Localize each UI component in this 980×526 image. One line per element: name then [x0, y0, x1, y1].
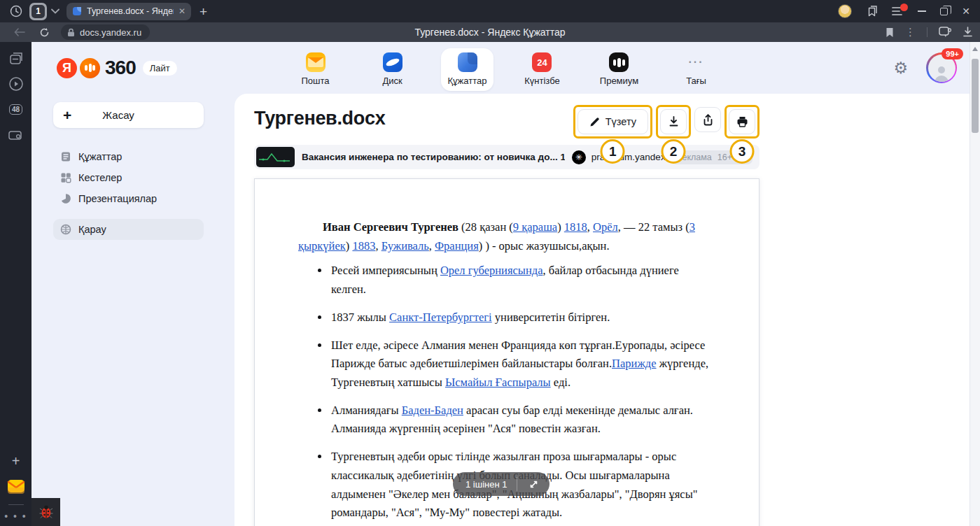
address-bar: docs.yandex.ru Тургенев.docx - Яндекс Құ… [0, 22, 980, 42]
downloads-icon[interactable] [962, 27, 973, 38]
settings-gear-icon[interactable]: ⚙ [893, 59, 908, 78]
nav-mail[interactable]: Пошта [294, 52, 337, 86]
page-indicator-text: 1 ішінен 1 [465, 479, 507, 490]
timer-48-badge[interactable]: 48 [9, 104, 22, 115]
sidebar-item-documents[interactable]: Құжаттар [53, 146, 204, 167]
document-link[interactable]: 1883 [352, 239, 375, 253]
nav-calendar[interactable]: 24 Күнтізбе [520, 52, 564, 86]
url-text: docs.yandex.ru [80, 27, 141, 38]
document-title: Тургенев.docx [254, 105, 385, 129]
document-link[interactable]: 9 қараша [513, 220, 557, 234]
sidebar-panel-icon[interactable] [939, 27, 951, 38]
bullet-item: Шет елде, әсіресе Алмания менен Францияд… [330, 336, 710, 392]
sidebar-item-view[interactable]: Қарау [53, 219, 204, 240]
document-link[interactable]: Ысмайыл Ғаспыралы [445, 376, 551, 389]
browser-profile-avatar[interactable] [838, 4, 852, 18]
divider [8, 504, 24, 505]
reload-icon[interactable] [39, 27, 50, 38]
document-link[interactable]: Орел губерниясында [440, 264, 543, 277]
annotation-box-2: 2 [656, 105, 691, 138]
screencast-icon[interactable] [0, 122, 31, 147]
scroll-up-arrow[interactable] [972, 47, 978, 51]
create-button[interactable]: + Жасау [53, 102, 204, 128]
document-link[interactable]: Буживаль [382, 239, 429, 253]
plus-icon: + [63, 107, 71, 124]
site-header: Я 360 Лайт Пошта Диск Құжаттар 24 [31, 42, 980, 94]
mail-icon [306, 52, 326, 72]
download-button[interactable] [660, 109, 687, 134]
share-button[interactable] [694, 107, 721, 132]
download-icon [668, 116, 679, 127]
fullscreen-icon[interactable] [522, 474, 545, 494]
divider [927, 27, 927, 37]
url-field[interactable]: docs.yandex.ru [61, 24, 150, 40]
tab-group-count: 1 [31, 5, 45, 18]
lock-icon [67, 28, 75, 37]
lite-badge: Лайт [143, 61, 177, 76]
document-link[interactable]: Баден-Баден [402, 404, 463, 417]
document-link[interactable]: Санкт-Петербургтегі [389, 311, 492, 324]
close-window-button[interactable]: ✕ [962, 6, 970, 17]
app-nav: Пошта Диск Құжаттар 24 Күнтізбе Премиум [294, 50, 718, 86]
bookmarks-icon[interactable] [866, 6, 878, 17]
calendar-icon: 24 [532, 52, 552, 72]
ladybug-icon [38, 504, 54, 520]
more-actions-icon[interactable]: ⋮ [905, 26, 916, 38]
scrollbar-thumb[interactable] [972, 59, 979, 133]
annotation-number-3: 3 [730, 139, 755, 164]
app-sidebar: + Жасау Құжаттар Кестелер Презентациялар [31, 94, 234, 526]
document-link[interactable]: Орёл [593, 220, 618, 234]
disk-icon [383, 52, 402, 72]
chevron-down-icon[interactable] [51, 8, 59, 14]
annotation-box-1: Түзету 1 [573, 105, 652, 138]
page-scrollbar[interactable] [969, 42, 980, 526]
browser-tab[interactable]: Тургенев.docx - Яндекс ✕ [66, 3, 191, 20]
document-link[interactable]: Парижде [612, 357, 656, 370]
nav-disk[interactable]: Диск [371, 52, 414, 86]
brand-360-text: 360 [105, 57, 136, 79]
tab-title: Тургенев.docx - Яндекс [87, 6, 174, 16]
feed-icon[interactable] [0, 46, 31, 71]
page-indicator-pill: 1 ішінен 1 [453, 472, 550, 496]
new-tab-button[interactable]: + [200, 5, 207, 18]
edit-button[interactable]: Түзету [578, 109, 648, 134]
nav-documents-active[interactable]: Құжаттар [448, 52, 487, 86]
print-button[interactable] [729, 109, 755, 134]
avatar-silhouette [934, 66, 948, 82]
history-icon[interactable] [8, 3, 24, 19]
pie-chart-icon [60, 193, 71, 204]
globe-icon [60, 224, 71, 235]
browser-menu-icon[interactable] [892, 6, 904, 16]
notification-count-badge: 99+ [941, 48, 963, 59]
document-link[interactable]: 1818 [564, 220, 587, 234]
pencil-icon [589, 117, 600, 127]
minimize-button[interactable] [918, 10, 926, 12]
browser-side-toolbar: 48 + • • • [0, 42, 31, 526]
yandex-mail-icon[interactable] [0, 474, 31, 499]
nav-premium[interactable]: Премиум [597, 52, 640, 86]
more-apps-icon: ··· [686, 52, 706, 72]
document-link[interactable]: Франция [435, 239, 479, 253]
sidebar-add-icon[interactable]: + [0, 448, 31, 474]
tab-close-icon[interactable]: ✕ [178, 7, 186, 15]
sidebar-item-presentations[interactable]: Презентациялар [53, 188, 204, 209]
bookmark-flag-icon[interactable] [886, 27, 894, 38]
tab-group-chip[interactable]: 1 [29, 3, 47, 20]
practicum-logo-icon: ✳ [572, 150, 586, 164]
back-icon[interactable] [14, 28, 25, 36]
page-viewport: Я 360 Лайт Пошта Диск Құжаттар 24 [31, 42, 980, 526]
toolbar-more-icon[interactable]: • • • [4, 511, 27, 522]
restore-button[interactable] [940, 8, 948, 15]
browser-tab-strip: 1 Тургенев.docx - Яндекс ✕ + ✕ [0, 0, 980, 22]
360-logo-icon [80, 58, 100, 78]
video-icon[interactable] [0, 71, 31, 97]
user-avatar[interactable]: 99+ [926, 52, 957, 83]
bullet-item: Ресей империясының Орел губерниясында, б… [330, 262, 710, 299]
yandex-360-logo[interactable]: Я 360 Лайт [57, 57, 177, 79]
annotation-number-1: 1 [601, 139, 625, 164]
printer-icon [736, 116, 748, 127]
divider [517, 477, 517, 491]
sidebar-item-tables[interactable]: Кестелер [53, 167, 204, 188]
nav-more[interactable]: ··· Тағы [674, 52, 718, 86]
main-panel: Тургенев.docx Түзету 1 2 [234, 94, 969, 526]
